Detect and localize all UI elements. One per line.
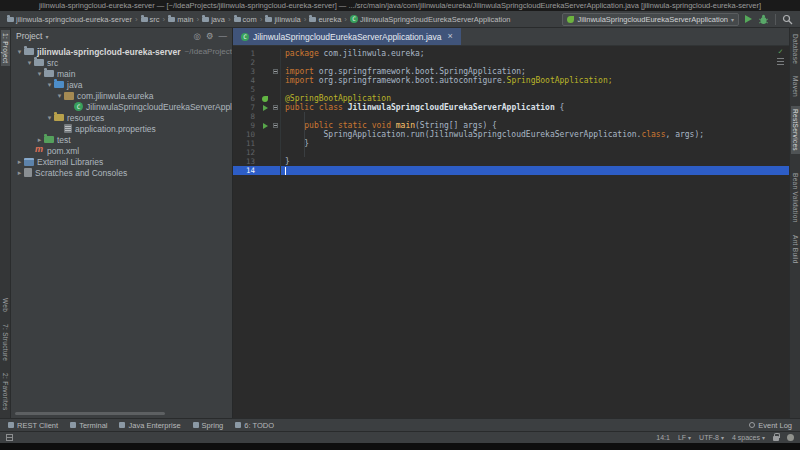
breadcrumb-item-eureka[interactable]: eureka: [307, 15, 343, 24]
project-panel-title[interactable]: Project: [16, 31, 42, 41]
token: SpringBootApplication;: [507, 76, 613, 85]
line-ending-selector[interactable]: LF▾: [678, 434, 691, 441]
code-line-5[interactable]: 5: [233, 85, 789, 94]
tree-item-scratches-and-consoles[interactable]: ▸Scratches and Consoles: [11, 167, 232, 178]
left-stripe-bottom: Web7: Structure2: Favorites: [1, 295, 10, 414]
toolwindow-button-rest-client[interactable]: REST Client: [8, 421, 58, 430]
search-everywhere-button[interactable]: [782, 14, 793, 25]
breadcrumb-item-java[interactable]: java: [200, 15, 227, 24]
code-line-3[interactable]: 3import org.springframework.boot.SpringA…: [233, 67, 789, 76]
editor[interactable]: 1package com.jilinwula.eureka;23import o…: [233, 46, 789, 418]
token: {: [555, 103, 565, 112]
code-line-4[interactable]: 4import org.springframework.boot.autocon…: [233, 76, 789, 85]
folder-icon: [309, 17, 316, 22]
tree-item-application-properties[interactable]: application.properties: [11, 123, 232, 134]
toolwindow-button-maven[interactable]: Maven: [791, 73, 800, 100]
chevron-down-icon[interactable]: ▾: [45, 81, 54, 89]
fold-marker[interactable]: [271, 121, 280, 130]
fold-spacer: [271, 139, 280, 148]
breadcrumb-item-main[interactable]: main: [166, 15, 195, 24]
toolwindow-button-ant-build[interactable]: Ant Build: [791, 232, 800, 267]
fold-marker[interactable]: [271, 67, 280, 76]
toolwindow-button-web[interactable]: Web: [1, 295, 10, 315]
run-gutter-icon[interactable]: [259, 121, 271, 130]
toolwindow-button-bean-validation[interactable]: Bean Validation: [791, 170, 800, 226]
toolwindow-button-1-project[interactable]: 1: Project: [1, 30, 10, 66]
caret-position[interactable]: 14:1: [656, 434, 670, 441]
breadcrumb-item-jilinwulaspringcloudeurekaserverapplication[interactable]: JilinwulaSpringcloudEurekaServerApplicat…: [348, 15, 513, 24]
chevron-down-icon[interactable]: ▾: [45, 33, 48, 40]
indent-selector[interactable]: 4 spaces▾: [732, 434, 765, 441]
code-line-9[interactable]: 9 public static void main(String[] args)…: [233, 121, 789, 130]
debug-button[interactable]: [758, 14, 769, 25]
tree-item-src[interactable]: ▾src: [11, 57, 232, 68]
chevron-down-icon[interactable]: ▾: [55, 92, 64, 100]
code-line-2[interactable]: 2: [233, 58, 789, 67]
breadcrumb-item-jilinwula[interactable]: jilinwula: [263, 15, 302, 24]
hide-panel-icon[interactable]: —: [219, 31, 228, 41]
breadcrumb-item-jilinwula-springcloud-eureka-server[interactable]: jilinwula-springcloud-eureka-server: [5, 15, 134, 24]
code-line-7[interactable]: 7public class JilinwulaSpringcloudEureka…: [233, 103, 789, 112]
tree-item-test[interactable]: ▸test: [11, 134, 232, 145]
gear-icon[interactable]: ⚙: [206, 31, 214, 41]
fold-marker[interactable]: [271, 103, 280, 112]
toolwindow-button-terminal[interactable]: Terminal: [70, 421, 107, 430]
run-button[interactable]: [745, 15, 752, 23]
code-line-6[interactable]: 6@SpringBootApplication: [233, 94, 789, 103]
code-line-12[interactable]: 12: [233, 148, 789, 157]
tree-item-external-libraries[interactable]: ▸External Libraries: [11, 156, 232, 167]
tree-item-jilinwula-springcloud-eureka-server[interactable]: ▾jilinwula-springcloud-eureka-server~/Id…: [11, 46, 232, 57]
lock-icon[interactable]: [773, 436, 779, 441]
chevron-down-icon[interactable]: ▾: [25, 59, 34, 67]
toolwindow-button-7-structure[interactable]: 7: Structure: [1, 321, 10, 364]
breadcrumb-item-src[interactable]: src: [139, 15, 162, 24]
token: (String[] args) {: [415, 121, 497, 130]
run-gutter-icon[interactable]: [259, 103, 271, 112]
code-line-1[interactable]: 1package com.jilinwula.eureka;: [233, 49, 789, 58]
toolwindow-button-java-enterprise[interactable]: Java Enterprise: [119, 421, 180, 430]
tree-item-pom-xml[interactable]: pom.xml: [11, 145, 232, 156]
code-line-14[interactable]: 14: [233, 166, 789, 175]
tree-item-jilinwulaspringcloudeurekaserverapplication[interactable]: JilinwulaSpringcloudEurekaServerApplicat…: [11, 101, 232, 112]
toolwindow-button-event-log[interactable]: Event Log: [749, 421, 792, 430]
close-tab-icon[interactable]: ×: [448, 32, 453, 41]
editor-tab[interactable]: JilinwulaSpringcloudEurekaServerApplicat…: [233, 28, 461, 45]
tree-item-main[interactable]: ▾main: [11, 68, 232, 79]
toolwindow-button-2-favorites[interactable]: 2: Favorites: [1, 370, 10, 414]
toolwindow-button-6-todo[interactable]: 6: TODO: [235, 421, 274, 430]
code-text: }: [280, 139, 789, 148]
run-gutter-icon: [263, 123, 268, 129]
locate-file-icon[interactable]: ◎: [193, 31, 200, 41]
code-line-11[interactable]: 11 }: [233, 139, 789, 148]
toolwindow-button-restservices[interactable]: RestServices: [791, 106, 800, 154]
chevron-right-icon[interactable]: ▸: [15, 158, 24, 166]
breadcrumb-label: src: [150, 15, 160, 24]
spring-gutter-icon[interactable]: [259, 94, 271, 103]
ide-window: { "window": { "title": "jilinwula-spring…: [0, 0, 800, 450]
tree-item-resources[interactable]: ▾resources: [11, 112, 232, 123]
horizontal-scrollbar[interactable]: [15, 412, 165, 415]
folder-icon: [34, 59, 44, 66]
toolwindow-button-spring[interactable]: Spring: [193, 421, 224, 430]
code-line-8[interactable]: 8: [233, 112, 789, 121]
code-line-13[interactable]: 13}: [233, 157, 789, 166]
toolwindow-button-database[interactable]: Database: [791, 31, 800, 67]
tree-item-java[interactable]: ▾java: [11, 79, 232, 90]
toolwindow-button-label: Terminal: [79, 421, 107, 430]
tree-item-com-jilinwula-eureka[interactable]: ▾com.jilinwula.eureka: [11, 90, 232, 101]
breadcrumb: jilinwula-springcloud-eureka-server›src›…: [5, 15, 513, 24]
chevron-right-icon[interactable]: ▸: [15, 169, 24, 177]
encoding-selector[interactable]: UTF-8▾: [699, 434, 724, 441]
breadcrumb-item-com[interactable]: com: [232, 15, 259, 24]
token: , args);: [666, 130, 705, 139]
chevron-down-icon[interactable]: ▾: [35, 70, 44, 78]
main-area: 1: Project Web7: Structure2: Favorites P…: [0, 28, 800, 418]
code-line-10[interactable]: 10 SpringApplication.run(JilinwulaSpring…: [233, 130, 789, 139]
chevron-down-icon[interactable]: ▾: [15, 48, 24, 56]
inspection-profile-icon[interactable]: [787, 434, 794, 441]
toolwindow-switcher-icon[interactable]: [6, 434, 13, 441]
run-configuration-select[interactable]: JilinwulaSpringcloudEurekaServerApplicat…: [562, 13, 739, 26]
chevron-down-icon[interactable]: ▾: [45, 114, 54, 122]
inspection-widget[interactable]: ✓: [777, 48, 784, 65]
chevron-right-icon[interactable]: ▸: [35, 136, 44, 144]
